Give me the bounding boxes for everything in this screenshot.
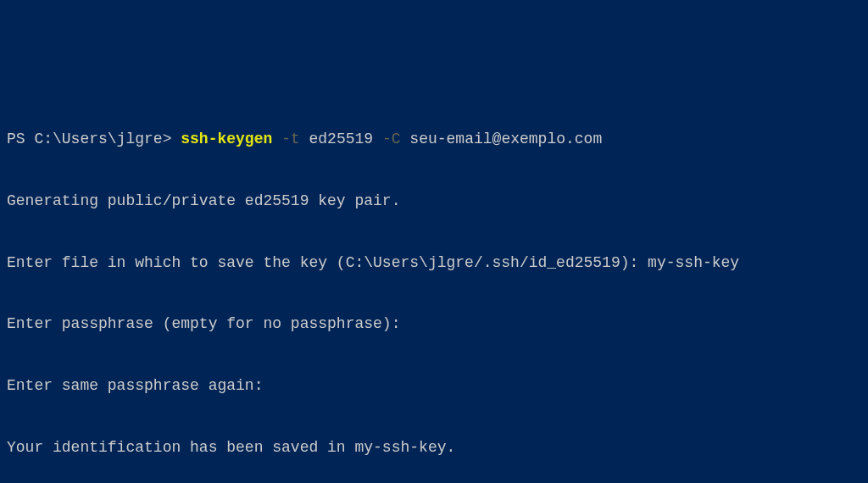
command-line: PS C:\Users\jlgre> ssh-keygen -t ed25519… xyxy=(7,129,861,149)
ps-prompt: PS C:\Users\jlgre> xyxy=(7,130,181,147)
output-line: Enter same passphrase again: xyxy=(7,375,861,396)
output-line: Your identification has been saved in my… xyxy=(7,437,861,458)
powershell-terminal[interactable]: PS C:\Users\jlgre> ssh-keygen -t ed25519… xyxy=(7,87,861,483)
flag-t: -t xyxy=(281,130,300,147)
command-exe: ssh-keygen xyxy=(181,130,272,147)
output-line: Enter file in which to save the key (C:\… xyxy=(7,253,861,273)
val-t: ed25519 xyxy=(309,130,374,147)
output-line: Generating public/private ed25519 key pa… xyxy=(7,191,861,211)
val-c: seu-email@exemplo.com xyxy=(409,130,602,147)
flag-c: -C xyxy=(382,130,401,147)
output-line: Enter passphrase (empty for no passphras… xyxy=(7,314,861,334)
